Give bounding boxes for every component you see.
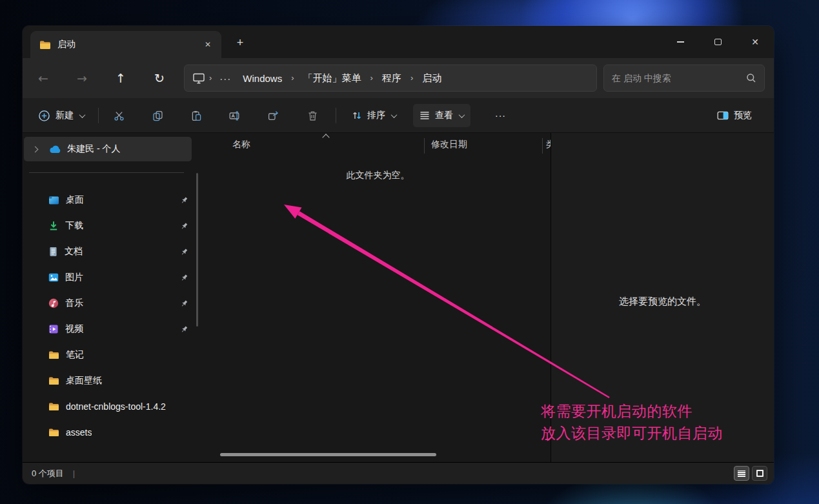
details-view-icon [738, 470, 745, 477]
expand-chevron-icon[interactable] [32, 146, 39, 152]
up-icon: ↑ [116, 71, 126, 85]
sidebar-divider [29, 172, 184, 173]
pictures-icon [48, 273, 59, 282]
delete-icon [307, 110, 318, 121]
folder-icon [48, 428, 59, 437]
chevron-right-icon: › [409, 73, 414, 83]
sort-ascending-icon [322, 134, 329, 141]
toolbar-divider [98, 108, 99, 123]
new-item-icon [38, 110, 50, 122]
sidebar-item-desktop[interactable]: 桌面 [23, 187, 205, 213]
forward-button[interactable]: → [70, 66, 94, 90]
sidebar-item-downloads[interactable]: 下载 [23, 213, 205, 239]
large-icons-view-button[interactable] [752, 466, 767, 481]
this-pc-icon[interactable] [192, 72, 205, 85]
close-icon: ✕ [751, 37, 759, 47]
new-button[interactable]: 新建 [32, 104, 91, 127]
window-body: 朱建民 - 个人 桌面 [23, 133, 774, 462]
more-button[interactable]: ··· [489, 104, 512, 127]
up-button[interactable]: ↑ [109, 66, 132, 90]
large-icons-view-icon [756, 470, 763, 477]
breadcrumb-overflow[interactable]: ··· [216, 73, 235, 84]
close-button[interactable]: ✕ [736, 26, 774, 58]
new-tab-button[interactable]: + [230, 33, 250, 52]
sidebar-item-label: 桌面壁纸 [66, 375, 102, 387]
sidebar-item-label: 文档 [65, 246, 83, 257]
sidebar-scrollbar[interactable] [196, 173, 198, 327]
share-button[interactable] [261, 104, 287, 127]
sidebar-item-label: 音乐 [65, 297, 83, 309]
paste-icon [191, 110, 202, 121]
view-button[interactable]: 查看 [413, 104, 470, 127]
breadcrumb[interactable]: › ··· Windows › 「开始」菜单 › 程序 › 启动 [184, 65, 597, 92]
breadcrumb-windows[interactable]: Windows [238, 70, 287, 86]
maximize-icon [714, 39, 722, 45]
item-count: 0 个项目 [32, 468, 64, 479]
chevron-down-icon [79, 112, 86, 118]
search-icon[interactable] [746, 73, 756, 83]
file-list: 名称 修改日期 类型 此文件夹为空。 [205, 133, 551, 462]
column-header-date-modified[interactable]: 修改日期 [431, 139, 467, 150]
explorer-window: 启动 ✕ + ✕ ← → ↑ ↻ › ··· Wind [23, 26, 774, 484]
sidebar-item-dotnet-folder[interactable]: dotnet-cnblogs-tool-1.4.2 [23, 394, 205, 419]
column-separator[interactable] [424, 138, 425, 154]
back-button[interactable]: ← [32, 66, 55, 90]
cut-button[interactable] [106, 104, 132, 127]
horizontal-scrollbar[interactable] [220, 453, 436, 456]
sidebar-item-label: 图片 [65, 272, 83, 283]
sidebar-item-music[interactable]: 音乐 [23, 290, 205, 316]
minimize-button[interactable] [662, 26, 699, 58]
column-header-name[interactable]: 名称 [232, 139, 250, 150]
details-view-button[interactable] [734, 466, 749, 481]
sidebar-item-wallpaper-folder[interactable]: 桌面壁纸 [23, 368, 205, 394]
sidebar-item-onedrive[interactable]: 朱建民 - 个人 [24, 137, 192, 161]
sidebar-item-label: 朱建民 - 个人 [67, 143, 120, 155]
rename-button[interactable] [222, 104, 248, 127]
tab-strip: 启动 ✕ + ✕ [23, 26, 774, 58]
back-icon: ← [38, 71, 48, 85]
sort-button-label: 排序 [367, 110, 385, 121]
sidebar-item-label: 视频 [65, 323, 83, 335]
tab-startup[interactable]: 启动 ✕ [30, 31, 221, 58]
empty-folder-message: 此文件夹为空。 [205, 170, 551, 181]
copy-button[interactable] [145, 104, 170, 127]
toolbar-divider [336, 108, 336, 123]
paste-button[interactable] [183, 104, 209, 127]
chevron-right-icon: › [208, 73, 213, 83]
delete-button[interactable] [299, 104, 325, 127]
tab-close-icon[interactable]: ✕ [199, 36, 216, 53]
cut-icon [114, 110, 125, 121]
command-bar: 新建 [23, 98, 774, 133]
breadcrumb-startup[interactable]: 启动 [417, 70, 447, 87]
folder-icon [48, 402, 59, 411]
refresh-button[interactable]: ↻ [148, 66, 171, 90]
sidebar-item-label: 笔记 [66, 349, 84, 361]
sidebar-item-videos[interactable]: 视频 [23, 316, 205, 342]
sort-button[interactable]: 排序 [345, 104, 403, 127]
share-icon [268, 110, 279, 121]
sidebar-item-documents[interactable]: 文档 [23, 239, 205, 265]
sidebar-item-label: 桌面 [66, 194, 84, 206]
preview-message: 选择要预览的文件。 [551, 296, 774, 308]
preview-toggle-button[interactable]: 预览 [711, 104, 758, 127]
refresh-icon: ↻ [154, 71, 165, 85]
tab-title: 启动 [57, 39, 193, 50]
breadcrumb-start-menu[interactable]: 「开始」菜单 [298, 70, 367, 87]
sidebar-item-notes-folder[interactable]: 笔记 [23, 342, 205, 368]
pin-icon [180, 196, 188, 205]
sidebar-item-assets-folder[interactable]: assets [23, 419, 205, 445]
sidebar-list: 桌面 下载 [23, 187, 205, 445]
breadcrumb-programs[interactable]: 程序 [377, 70, 407, 87]
sidebar-item-pictures[interactable]: 图片 [23, 265, 205, 290]
maximize-button[interactable] [699, 26, 736, 58]
chevron-right-icon: › [369, 73, 374, 83]
music-icon [48, 298, 59, 308]
search-input[interactable] [612, 73, 746, 83]
desktop-icon [48, 196, 59, 205]
preview-pane: 选择要预览的文件。 [551, 133, 774, 462]
column-separator[interactable] [542, 138, 543, 154]
column-header-type[interactable]: 类型 [546, 139, 551, 150]
pin-icon [180, 274, 188, 282]
folder-icon [39, 40, 51, 50]
search-box[interactable] [603, 65, 765, 92]
